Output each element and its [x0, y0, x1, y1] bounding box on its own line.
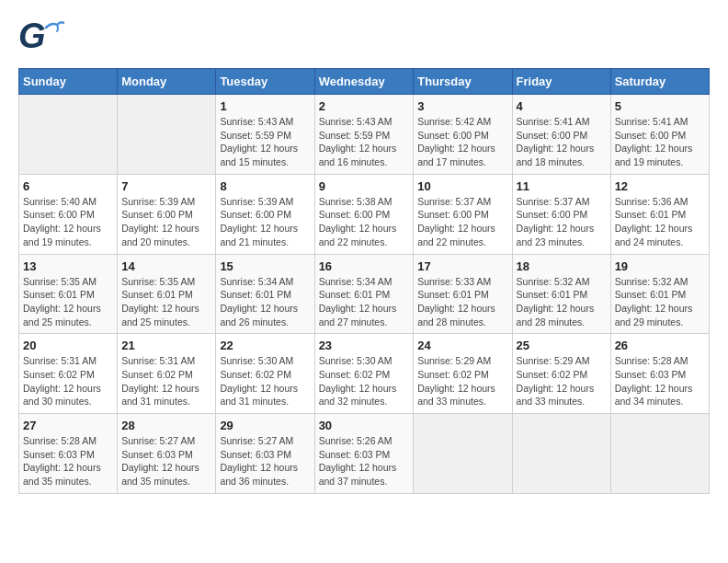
day-number: 1 — [220, 99, 310, 113]
day-number: 5 — [615, 99, 705, 113]
calendar-cell: 20Sunrise: 5:31 AM Sunset: 6:02 PM Dayli… — [19, 334, 118, 414]
day-info: Sunrise: 5:35 AM Sunset: 6:01 PM Dayligh… — [23, 275, 113, 329]
day-info: Sunrise: 5:41 AM Sunset: 6:00 PM Dayligh… — [615, 115, 705, 169]
day-info: Sunrise: 5:34 AM Sunset: 6:01 PM Dayligh… — [319, 275, 410, 329]
calendar-cell: 12Sunrise: 5:36 AM Sunset: 6:01 PM Dayli… — [610, 174, 709, 254]
calendar-cell: 7Sunrise: 5:39 AM Sunset: 6:00 PM Daylig… — [118, 174, 216, 254]
day-info: Sunrise: 5:43 AM Sunset: 5:59 PM Dayligh… — [319, 115, 410, 169]
calendar-week-row: 13Sunrise: 5:35 AM Sunset: 6:01 PM Dayli… — [19, 254, 710, 334]
day-number: 26 — [615, 339, 705, 352]
day-info: Sunrise: 5:32 AM Sunset: 6:01 PM Dayligh… — [615, 275, 705, 329]
day-info: Sunrise: 5:38 AM Sunset: 6:00 PM Dayligh… — [319, 195, 410, 249]
calendar-cell: 29Sunrise: 5:27 AM Sunset: 6:03 PM Dayli… — [216, 414, 314, 494]
calendar-cell: 11Sunrise: 5:37 AM Sunset: 6:00 PM Dayli… — [512, 174, 610, 254]
day-number: 4 — [517, 99, 607, 113]
day-number: 14 — [121, 259, 211, 273]
calendar-header-saturday: Saturday — [610, 69, 709, 95]
day-info: Sunrise: 5:43 AM Sunset: 5:59 PM Dayligh… — [220, 115, 310, 169]
day-info: Sunrise: 5:31 AM Sunset: 6:02 PM Dayligh… — [23, 354, 113, 408]
calendar-cell: 10Sunrise: 5:37 AM Sunset: 6:00 PM Dayli… — [414, 174, 512, 254]
day-info: Sunrise: 5:33 AM Sunset: 6:01 PM Dayligh… — [417, 275, 507, 329]
day-info: Sunrise: 5:39 AM Sunset: 6:00 PM Dayligh… — [121, 195, 211, 249]
day-info: Sunrise: 5:27 AM Sunset: 6:03 PM Dayligh… — [220, 434, 310, 488]
logo: G — [18, 18, 68, 59]
calendar-cell: 27Sunrise: 5:28 AM Sunset: 6:03 PM Dayli… — [19, 414, 118, 494]
day-number: 17 — [417, 259, 507, 273]
calendar-cell: 3Sunrise: 5:42 AM Sunset: 6:00 PM Daylig… — [414, 95, 512, 175]
day-info: Sunrise: 5:34 AM Sunset: 6:01 PM Dayligh… — [220, 275, 310, 329]
day-number: 15 — [220, 259, 310, 273]
day-number: 13 — [23, 259, 113, 273]
calendar-cell: 6Sunrise: 5:40 AM Sunset: 6:00 PM Daylig… — [19, 174, 118, 254]
day-info: Sunrise: 5:28 AM Sunset: 6:03 PM Dayligh… — [615, 354, 705, 408]
day-number: 24 — [417, 339, 507, 352]
calendar-table: SundayMondayTuesdayWednesdayThursdayFrid… — [18, 68, 710, 494]
calendar-body: 1Sunrise: 5:43 AM Sunset: 5:59 PM Daylig… — [19, 95, 710, 494]
day-number: 23 — [319, 339, 410, 352]
calendar-cell — [19, 95, 118, 175]
calendar-cell: 24Sunrise: 5:29 AM Sunset: 6:02 PM Dayli… — [414, 334, 512, 414]
day-info: Sunrise: 5:39 AM Sunset: 6:00 PM Dayligh… — [220, 195, 310, 249]
day-number: 21 — [121, 339, 211, 352]
day-info: Sunrise: 5:37 AM Sunset: 6:00 PM Dayligh… — [517, 195, 607, 249]
day-info: Sunrise: 5:29 AM Sunset: 6:02 PM Dayligh… — [517, 354, 607, 408]
logo-bird-icon — [44, 20, 64, 33]
calendar-cell: 1Sunrise: 5:43 AM Sunset: 5:59 PM Daylig… — [216, 95, 314, 175]
page-header: G — [18, 18, 710, 59]
calendar-cell: 25Sunrise: 5:29 AM Sunset: 6:02 PM Dayli… — [512, 334, 610, 414]
calendar-cell: 5Sunrise: 5:41 AM Sunset: 6:00 PM Daylig… — [610, 95, 709, 175]
calendar-header: SundayMondayTuesdayWednesdayThursdayFrid… — [19, 69, 710, 95]
day-number: 3 — [417, 99, 507, 113]
calendar-cell: 26Sunrise: 5:28 AM Sunset: 6:03 PM Dayli… — [610, 334, 709, 414]
day-info: Sunrise: 5:27 AM Sunset: 6:03 PM Dayligh… — [121, 434, 211, 488]
calendar-header-friday: Friday — [512, 69, 610, 95]
day-info: Sunrise: 5:26 AM Sunset: 6:03 PM Dayligh… — [319, 434, 410, 488]
day-info: Sunrise: 5:31 AM Sunset: 6:02 PM Dayligh… — [121, 354, 211, 408]
day-number: 7 — [121, 179, 211, 193]
logo-g-letter: G — [18, 18, 46, 53]
calendar-cell: 14Sunrise: 5:35 AM Sunset: 6:01 PM Dayli… — [118, 254, 216, 334]
calendar-week-row: 1Sunrise: 5:43 AM Sunset: 5:59 PM Daylig… — [19, 95, 710, 175]
calendar-week-row: 6Sunrise: 5:40 AM Sunset: 6:00 PM Daylig… — [19, 174, 710, 254]
calendar-cell: 28Sunrise: 5:27 AM Sunset: 6:03 PM Dayli… — [118, 414, 216, 494]
day-info: Sunrise: 5:36 AM Sunset: 6:01 PM Dayligh… — [615, 195, 705, 249]
day-number: 25 — [517, 339, 607, 352]
day-info: Sunrise: 5:30 AM Sunset: 6:02 PM Dayligh… — [220, 354, 310, 408]
day-number: 6 — [23, 179, 113, 193]
calendar-cell: 16Sunrise: 5:34 AM Sunset: 6:01 PM Dayli… — [314, 254, 414, 334]
calendar-header-wednesday: Wednesday — [314, 69, 414, 95]
day-info: Sunrise: 5:42 AM Sunset: 6:00 PM Dayligh… — [417, 115, 507, 169]
calendar-header-tuesday: Tuesday — [216, 69, 314, 95]
day-number: 18 — [517, 259, 607, 273]
calendar-header-monday: Monday — [118, 69, 216, 95]
day-number: 27 — [23, 419, 113, 432]
day-info: Sunrise: 5:30 AM Sunset: 6:02 PM Dayligh… — [319, 354, 410, 408]
calendar-cell — [118, 95, 216, 175]
calendar-week-row: 20Sunrise: 5:31 AM Sunset: 6:02 PM Dayli… — [19, 334, 710, 414]
day-info: Sunrise: 5:29 AM Sunset: 6:02 PM Dayligh… — [417, 354, 507, 408]
day-number: 19 — [615, 259, 705, 273]
calendar-cell: 9Sunrise: 5:38 AM Sunset: 6:00 PM Daylig… — [314, 174, 414, 254]
calendar-cell: 19Sunrise: 5:32 AM Sunset: 6:01 PM Dayli… — [610, 254, 709, 334]
day-number: 10 — [417, 179, 507, 193]
day-info: Sunrise: 5:35 AM Sunset: 6:01 PM Dayligh… — [121, 275, 211, 329]
day-number: 12 — [615, 179, 705, 193]
calendar-cell: 21Sunrise: 5:31 AM Sunset: 6:02 PM Dayli… — [118, 334, 216, 414]
calendar-cell — [414, 414, 512, 494]
calendar-cell — [512, 414, 610, 494]
calendar-week-row: 27Sunrise: 5:28 AM Sunset: 6:03 PM Dayli… — [19, 414, 710, 494]
calendar-header-thursday: Thursday — [414, 69, 512, 95]
day-number: 11 — [517, 179, 607, 193]
calendar-cell: 4Sunrise: 5:41 AM Sunset: 6:00 PM Daylig… — [512, 95, 610, 175]
day-info: Sunrise: 5:28 AM Sunset: 6:03 PM Dayligh… — [23, 434, 113, 488]
calendar-cell: 8Sunrise: 5:39 AM Sunset: 6:00 PM Daylig… — [216, 174, 314, 254]
day-number: 8 — [220, 179, 310, 193]
day-info: Sunrise: 5:41 AM Sunset: 6:00 PM Dayligh… — [517, 115, 607, 169]
calendar-cell: 2Sunrise: 5:43 AM Sunset: 5:59 PM Daylig… — [314, 95, 414, 175]
calendar-cell: 23Sunrise: 5:30 AM Sunset: 6:02 PM Dayli… — [314, 334, 414, 414]
calendar-cell: 18Sunrise: 5:32 AM Sunset: 6:01 PM Dayli… — [512, 254, 610, 334]
day-number: 29 — [220, 419, 310, 432]
calendar-cell: 30Sunrise: 5:26 AM Sunset: 6:03 PM Dayli… — [314, 414, 414, 494]
calendar-cell: 17Sunrise: 5:33 AM Sunset: 6:01 PM Dayli… — [414, 254, 512, 334]
day-number: 20 — [23, 339, 113, 352]
